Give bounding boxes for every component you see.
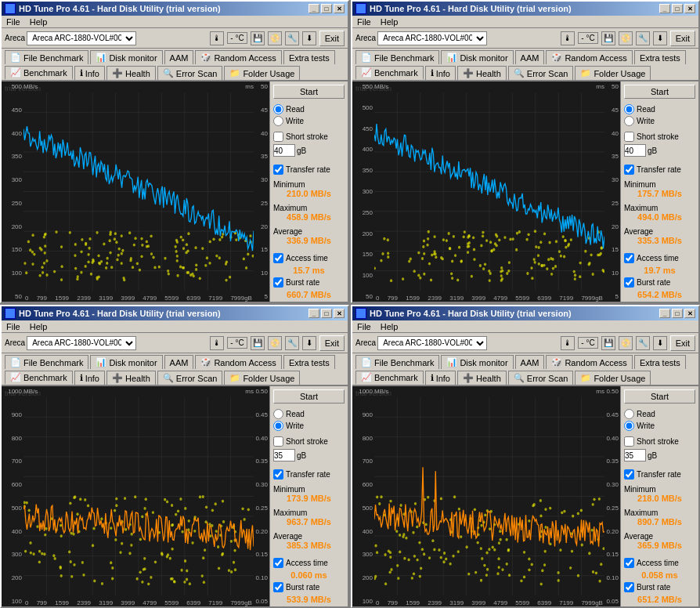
thermometer-icon[interactable]: 🌡 [210,336,224,350]
short-stroke-checkbox[interactable] [273,132,283,142]
close-button[interactable]: ✕ [334,309,345,318]
menu-help[interactable]: Help [28,17,49,27]
disk-icon-2[interactable]: 📀 [619,31,633,45]
burst-rate-checkbox[interactable] [273,582,283,592]
access-time-checkbox[interactable] [273,558,283,568]
tab-health[interactable]: ➕ Health [457,371,507,385]
maximize-button[interactable]: □ [321,4,332,13]
disk-dropdown[interactable]: Areca ARC-1880-VOL#001 (7999 gB) [377,336,487,350]
tab-health[interactable]: ➕ Health [106,371,156,385]
read-radio-label[interactable]: Read [624,409,695,419]
short-stroke-checkbox[interactable] [624,132,634,142]
maximize-button[interactable]: □ [321,309,332,318]
tab-extra-tests[interactable]: Extra tests [283,50,335,64]
access-time-checkbox[interactable] [273,253,283,263]
stroke-input[interactable] [273,449,295,461]
burst-rate-checkbox[interactable] [273,277,283,288]
tab-disk-monitor[interactable]: 📊 Disk monitor [90,355,162,369]
tab-error-scan[interactable]: 🔍 Error Scan [508,66,574,80]
disk-icon-4[interactable]: ⬇ [653,31,667,45]
tab-benchmark[interactable]: 📈 Benchmark [5,371,73,385]
maximize-button[interactable]: □ [672,4,683,13]
tab-folder-usage[interactable]: 📁 Folder Usage [224,66,300,80]
read-radio-label[interactable]: Read [624,104,695,114]
tab-info[interactable]: ℹ Info [74,66,105,80]
tab-folder-usage[interactable]: 📁 Folder Usage [575,371,651,385]
stroke-input[interactable] [273,144,295,157]
write-radio[interactable] [273,421,283,431]
tab-benchmark[interactable]: 📈 Benchmark [355,66,424,80]
close-button[interactable]: ✕ [684,4,695,13]
disk-icon-1[interactable]: 💾 [251,31,265,45]
read-radio[interactable] [273,104,283,114]
transfer-rate-checkbox[interactable] [273,165,283,175]
tab-aam[interactable]: AAM [164,50,194,64]
tab-health[interactable]: ➕ Health [106,66,156,80]
tab-health[interactable]: ➕ Health [457,66,507,80]
thermometer-icon[interactable]: 🌡 [210,31,224,45]
disk-icon-2[interactable]: 📀 [619,336,633,350]
exit-button[interactable]: Exit [319,335,345,351]
tab-extra-tests[interactable]: Extra tests [283,355,335,369]
tab-error-scan[interactable]: 🔍 Error Scan [157,66,223,80]
transfer-rate-checkbox[interactable] [273,469,283,480]
tab-random-access[interactable]: 🎲 Random Access [195,355,281,369]
tab-disk-monitor[interactable]: 📊 Disk monitor [90,50,162,64]
tab-aam[interactable]: AAM [515,355,545,369]
disk-icon-2[interactable]: 📀 [268,336,282,350]
minimize-button[interactable]: _ [309,4,319,13]
disk-icon-4[interactable]: ⬇ [302,31,316,45]
close-button[interactable]: ✕ [334,4,345,13]
tab-file-benchmark[interactable]: 📄 File Benchmark [5,355,88,369]
disk-icon-1[interactable]: 💾 [251,336,265,350]
stroke-input[interactable] [624,144,646,157]
minimize-button[interactable]: _ [659,309,670,318]
menu-help[interactable]: Help [379,17,400,27]
disk-icon-1[interactable]: 💾 [601,31,615,45]
tab-benchmark[interactable]: 📈 Benchmark [355,371,424,385]
minimize-button[interactable]: _ [659,4,670,13]
thermometer-icon[interactable]: 🌡 [561,336,575,350]
tab-aam[interactable]: AAM [164,355,194,369]
disk-dropdown[interactable]: Areca ARC-1880-VOL#000 (7999 gB) [27,336,136,350]
tab-extra-tests[interactable]: Extra tests [634,50,686,64]
exit-button[interactable]: Exit [670,335,695,351]
tab-error-scan[interactable]: 🔍 Error Scan [508,371,574,385]
disk-icon-3[interactable]: 🔧 [285,336,299,350]
tab-disk-monitor[interactable]: 📊 Disk monitor [441,355,513,369]
disk-icon-3[interactable]: 🔧 [285,31,299,45]
menu-file[interactable]: File [5,322,22,331]
disk-dropdown[interactable]: Areca ARC-1880-VOL#001 (7999 gB) [377,31,487,45]
disk-icon-4[interactable]: ⬇ [653,336,667,350]
write-radio-label[interactable]: Write [273,421,345,431]
access-time-checkbox[interactable] [624,253,634,263]
disk-icon-3[interactable]: 🔧 [636,336,650,350]
tab-file-benchmark[interactable]: 📄 File Benchmark [5,50,88,64]
tab-disk-monitor[interactable]: 📊 Disk monitor [441,50,513,64]
menu-file[interactable]: File [355,17,373,27]
start-button[interactable]: Start [273,389,345,404]
transfer-rate-checkbox[interactable] [624,165,634,175]
exit-button[interactable]: Exit [319,31,345,46]
start-button[interactable]: Start [624,85,695,99]
short-stroke-checkbox[interactable] [273,436,283,447]
disk-icon-1[interactable]: 💾 [601,336,615,350]
disk-icon-3[interactable]: 🔧 [636,31,650,45]
menu-help[interactable]: Help [28,322,49,331]
tab-folder-usage[interactable]: 📁 Folder Usage [575,66,651,80]
read-radio-label[interactable]: Read [273,104,345,114]
write-radio-label[interactable]: Write [273,116,345,126]
access-time-checkbox[interactable] [624,558,634,568]
tab-file-benchmark[interactable]: 📄 File Benchmark [355,355,439,369]
start-button[interactable]: Start [624,389,695,404]
burst-rate-checkbox[interactable] [624,582,634,592]
write-radio-label[interactable]: Write [624,116,695,126]
close-button[interactable]: ✕ [684,309,695,318]
write-radio[interactable] [624,116,634,126]
maximize-button[interactable]: □ [672,309,683,318]
short-stroke-checkbox[interactable] [624,436,634,447]
tab-info[interactable]: ℹ Info [425,66,456,80]
tab-aam[interactable]: AAM [515,50,545,64]
tab-file-benchmark[interactable]: 📄 File Benchmark [355,50,439,64]
tab-info[interactable]: ℹ Info [425,371,456,385]
